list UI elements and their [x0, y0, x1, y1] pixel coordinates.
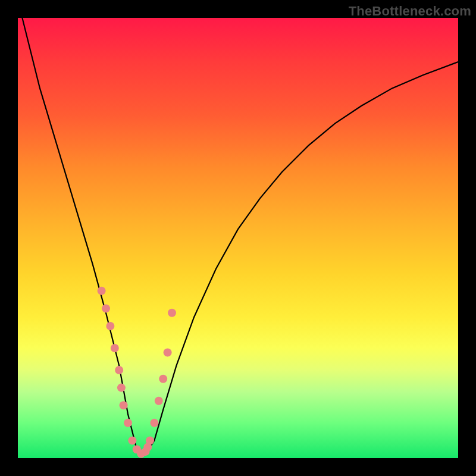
- bottleneck-curve: [22, 18, 458, 454]
- sample-dot: [159, 375, 167, 383]
- watermark-text: TheBottleneck.com: [349, 4, 471, 19]
- sample-dot: [111, 344, 119, 352]
- sample-dot: [117, 384, 126, 392]
- chart-overlay: [18, 18, 458, 458]
- sample-dot: [155, 397, 163, 405]
- sample-dots: [98, 287, 176, 458]
- sample-dot: [168, 309, 176, 317]
- sample-dot: [102, 304, 110, 312]
- sample-dot: [164, 348, 172, 356]
- sample-dot: [150, 419, 158, 427]
- sample-dot: [115, 366, 123, 374]
- sample-dot: [98, 287, 106, 295]
- sample-dot: [146, 436, 154, 444]
- chart-frame: TheBottleneck.com: [0, 0, 476, 476]
- sample-dot: [128, 436, 136, 444]
- sample-dot: [124, 419, 132, 427]
- sample-dot: [120, 401, 128, 409]
- sample-dot: [106, 322, 114, 330]
